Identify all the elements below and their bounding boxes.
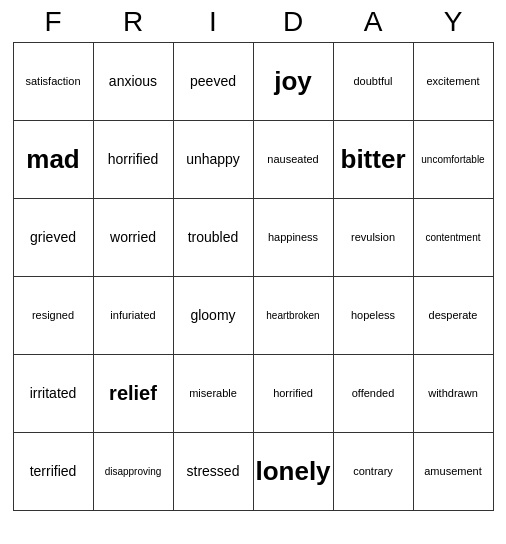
grid-cell: mad: [14, 121, 94, 199]
grid-cell: hopeless: [334, 277, 414, 355]
header-letter: I: [173, 6, 253, 38]
grid-cell: miserable: [174, 355, 254, 433]
bingo-grid: satisfactionanxiouspeevedjoydoubtfulexci…: [13, 42, 494, 511]
grid-cell: anxious: [94, 43, 174, 121]
grid-cell: terrified: [14, 433, 94, 511]
grid-cell: happiness: [254, 199, 334, 277]
header-letter: Y: [413, 6, 493, 38]
grid-cell: contentment: [414, 199, 494, 277]
grid-cell: joy: [254, 43, 334, 121]
header-letter: A: [333, 6, 413, 38]
grid-cell: worried: [94, 199, 174, 277]
grid-cell: withdrawn: [414, 355, 494, 433]
grid-cell: disapproving: [94, 433, 174, 511]
grid-cell: amusement: [414, 433, 494, 511]
grid-cell: contrary: [334, 433, 414, 511]
header-letter: D: [253, 6, 333, 38]
grid-cell: horrified: [254, 355, 334, 433]
header-letter: F: [13, 6, 93, 38]
grid-cell: offended: [334, 355, 414, 433]
grid-cell: unhappy: [174, 121, 254, 199]
grid-cell: doubtful: [334, 43, 414, 121]
grid-cell: lonely: [254, 433, 334, 511]
grid-cell: satisfaction: [14, 43, 94, 121]
grid-cell: nauseated: [254, 121, 334, 199]
grid-cell: excitement: [414, 43, 494, 121]
grid-cell: horrified: [94, 121, 174, 199]
grid-cell: resigned: [14, 277, 94, 355]
grid-cell: uncomfortable: [414, 121, 494, 199]
header-row: FRIDAY: [13, 0, 493, 42]
header-letter: R: [93, 6, 173, 38]
grid-cell: grieved: [14, 199, 94, 277]
grid-cell: bitter: [334, 121, 414, 199]
grid-cell: desperate: [414, 277, 494, 355]
grid-cell: infuriated: [94, 277, 174, 355]
grid-cell: relief: [94, 355, 174, 433]
grid-cell: stressed: [174, 433, 254, 511]
grid-cell: heartbroken: [254, 277, 334, 355]
grid-cell: irritated: [14, 355, 94, 433]
grid-cell: troubled: [174, 199, 254, 277]
grid-cell: gloomy: [174, 277, 254, 355]
grid-cell: peeved: [174, 43, 254, 121]
grid-cell: revulsion: [334, 199, 414, 277]
